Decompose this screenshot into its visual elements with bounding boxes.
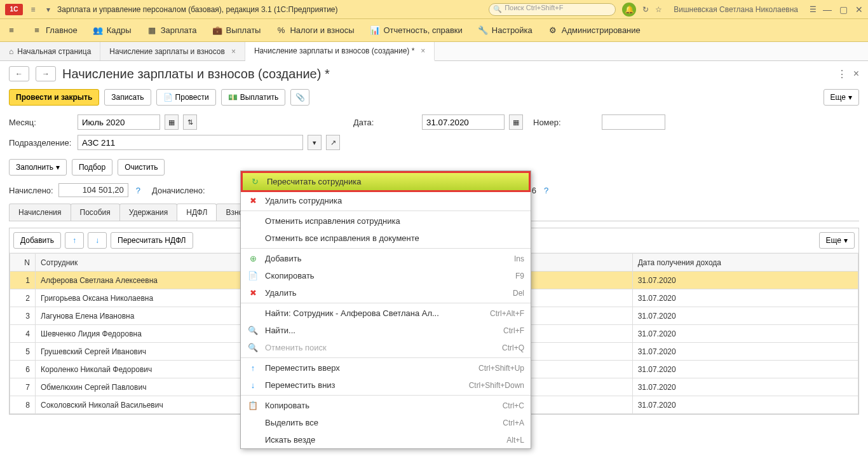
context-menu-item-3[interactable]: Отменить исправления сотрудника — [241, 212, 531, 230]
mainmenu-item-5[interactable]: 📊Отчетность, справки — [370, 25, 463, 36]
department-field[interactable] — [78, 135, 303, 150]
nav-back-button[interactable]: ← — [9, 66, 29, 81]
cell-n: 3 — [10, 307, 36, 325]
tab-close-icon[interactable]: × — [421, 46, 425, 55]
context-label: Отменить исправления сотрудника — [265, 216, 400, 226]
accrued-label: Начислено: — [9, 186, 53, 195]
month-stepper[interactable]: ⇅ — [183, 114, 197, 130]
select-button[interactable]: Подбор — [72, 159, 112, 176]
context-menu-item-1[interactable]: ✖Удалить сотрудника — [241, 192, 531, 209]
context-label: Переместить вверх — [265, 363, 340, 373]
partial-help-icon[interactable]: ? — [544, 186, 548, 195]
add-row-button[interactable]: Добавить — [13, 232, 61, 249]
context-label: Переместить вниз — [265, 380, 336, 390]
table-more-button[interactable]: Еще ▾ — [819, 232, 855, 249]
inner-tab-2[interactable]: Удержания — [119, 204, 178, 221]
global-search-input[interactable]: Поиск Ctrl+Shift+F — [489, 3, 616, 16]
number-field[interactable] — [602, 114, 665, 130]
menu-label: Отчетность, справки — [384, 25, 463, 35]
tab-0[interactable]: ⌂Начальная страница — [0, 42, 100, 60]
tab-1[interactable]: Начисление зарплаты и взносов× — [100, 42, 245, 60]
cell-date: 31.07.2020 — [632, 343, 858, 361]
tab-close-icon[interactable]: × — [231, 47, 236, 56]
page-close-icon[interactable]: × — [853, 68, 859, 79]
recalc-ndfl-button[interactable]: Пересчитать НДФЛ — [111, 232, 193, 249]
context-menu-item-14[interactable]: ↑Переместить вверхCtrl+Shift+Up — [241, 359, 531, 377]
hamburger-icon[interactable]: ≡ — [27, 3, 39, 16]
context-menu-item-17[interactable]: 📋КопироватьCtrl+C — [241, 397, 531, 414]
department-dropdown-icon[interactable]: ▾ — [308, 135, 322, 150]
nav-forward-button[interactable]: → — [36, 66, 56, 81]
mainmenu-item-0[interactable]: ≡Главное — [32, 25, 78, 36]
inner-tab-1[interactable]: Пособия — [71, 204, 120, 221]
current-user[interactable]: Вишневская Светлана Николаевна — [674, 5, 798, 14]
more-button[interactable]: Еще ▾ — [824, 89, 859, 106]
context-label: Удалить сотрудника — [265, 196, 342, 205]
tab-label: Начисление зарплаты и взносов (создание)… — [254, 46, 414, 55]
column-header[interactable]: N — [10, 254, 36, 272]
context-menu: ↻Пересчитать сотрудника✖Удалить сотрудни… — [240, 170, 531, 449]
context-icon: 🔍 — [247, 343, 259, 352]
save-button[interactable]: Записать — [104, 89, 151, 106]
inner-tab-0[interactable]: Начисления — [9, 204, 71, 221]
settings-icon[interactable]: ☰ — [810, 5, 817, 14]
menu-icon: % — [276, 25, 286, 36]
move-up-button[interactable]: ↑ — [65, 232, 84, 249]
cell-date: 31.07.2020 — [632, 361, 858, 378]
context-menu-item-0[interactable]: ↻Пересчитать сотрудника — [243, 173, 529, 190]
date-calendar-icon[interactable]: ▦ — [509, 114, 523, 130]
close-window-icon[interactable]: ✕ — [855, 4, 863, 15]
move-down-button[interactable]: ↓ — [88, 232, 107, 249]
month-field[interactable] — [78, 114, 160, 130]
minimize-window-icon[interactable]: — — [823, 4, 832, 15]
column-header[interactable]: Дата получения дохода — [632, 254, 858, 272]
mainmenu-item-2[interactable]: ▦Зарплата — [147, 25, 197, 36]
menu-hamburger[interactable]: ≡ — [6, 25, 17, 36]
attach-button[interactable]: 📎 — [290, 89, 309, 106]
notifications-bell-icon[interactable]: 🔔 — [622, 3, 636, 17]
post-and-close-button[interactable]: Провести и закрыть — [9, 89, 99, 106]
cell-date: 31.07.2020 — [632, 307, 858, 325]
context-menu-item-15[interactable]: ↓Переместить внизCtrl+Shift+Down — [241, 377, 531, 394]
context-menu-item-18[interactable]: Выделить всеCtrl+A — [241, 414, 531, 431]
mainmenu-item-6[interactable]: 🔧Настройка — [478, 25, 532, 36]
context-icon: ↻ — [249, 177, 261, 186]
mainmenu-item-7[interactable]: ⚙Администрирование — [548, 25, 641, 36]
department-open-icon[interactable]: ↗ — [326, 135, 340, 150]
month-calendar-icon[interactable]: ▦ — [165, 114, 179, 130]
accrued-help-icon[interactable]: ? — [136, 186, 140, 195]
page-more-icon[interactable]: ⋮ — [837, 68, 847, 80]
context-menu-item-6[interactable]: ⊕ДобавитьIns — [241, 250, 531, 267]
mainmenu-item-1[interactable]: 👥Кадры — [93, 25, 132, 36]
mainmenu-item-4[interactable]: %Налоги и взносы — [276, 25, 354, 36]
fill-button[interactable]: Заполнить ▾ — [9, 159, 67, 176]
context-menu-item-8[interactable]: ✖УдалитьDel — [241, 284, 531, 301]
history-icon[interactable]: ↻ — [642, 5, 649, 14]
context-menu-item-11[interactable]: 🔍Найти...Ctrl+F — [241, 322, 531, 339]
context-menu-item-7[interactable]: 📄СкопироватьF9 — [241, 267, 531, 284]
context-menu-item-10[interactable]: Найти: Сотрудник - Алферова Светлана Ал.… — [241, 305, 531, 322]
menu-label: Кадры — [107, 25, 132, 35]
context-icon: ↑ — [247, 363, 259, 373]
context-menu-item-19[interactable]: Искать вездеAlt+L — [241, 431, 531, 448]
app-title: Зарплата и управление персоналом (базова… — [57, 5, 338, 14]
favorite-star-icon[interactable]: ☆ — [655, 5, 662, 14]
menu-icon: 🔧 — [478, 25, 488, 36]
tab-2[interactable]: Начисление зарплаты и взносов (создание)… — [245, 42, 435, 61]
dropdown-arrow-icon[interactable]: ▾ — [42, 3, 55, 16]
page-title: Начисление зарплаты и взносов (создание)… — [62, 67, 330, 81]
context-label: Удалить — [265, 288, 297, 298]
mainmenu-item-3[interactable]: 💼Выплаты — [212, 25, 261, 36]
post-button[interactable]: 📄Провести — [156, 89, 216, 106]
clear-button[interactable]: Очистить — [118, 159, 165, 176]
context-label: Найти... — [265, 326, 295, 335]
pay-button[interactable]: 💵Выплатить — [221, 89, 286, 106]
context-menu-item-4[interactable]: Отменить все исправления в документе — [241, 230, 531, 247]
context-label: Скопировать — [265, 271, 315, 280]
menu-icon: 📊 — [370, 25, 380, 36]
cell-date: 31.07.2020 — [632, 396, 858, 414]
inner-tab-3[interactable]: НДФЛ — [177, 204, 217, 221]
context-icon: 📋 — [247, 401, 259, 410]
maximize-window-icon[interactable]: ▢ — [839, 4, 848, 15]
date-field[interactable] — [422, 114, 505, 130]
